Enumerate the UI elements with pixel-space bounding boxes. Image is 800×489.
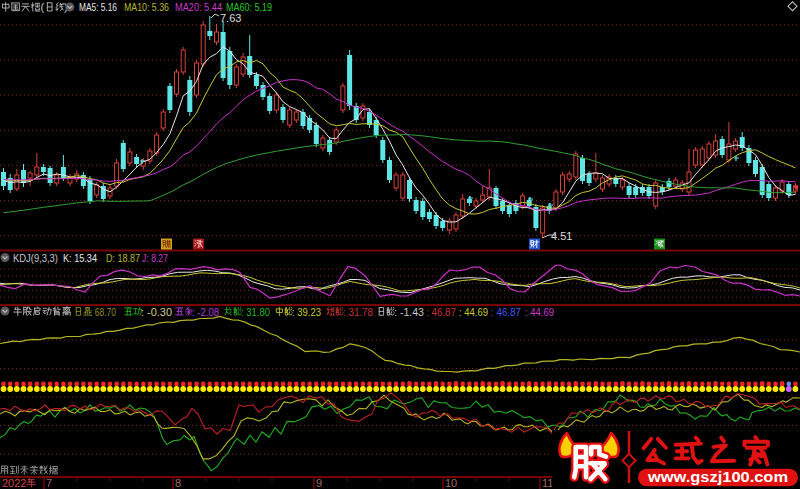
svg-text:MA10: 5.36: MA10: 5.36 xyxy=(124,1,169,13)
svg-text:MA5: 5.16: MA5: 5.16 xyxy=(79,1,117,13)
svg-text:: 31.80: : 31.80 xyxy=(241,306,270,318)
svg-text:2022: 2022 xyxy=(2,477,26,489)
svg-text:J: 8.27: J: 8.27 xyxy=(142,252,168,264)
svg-text:9: 9 xyxy=(316,477,322,489)
svg-text:(: ( xyxy=(41,1,45,13)
svg-text:7.63: 7.63 xyxy=(220,12,241,24)
svg-text:: -2.08: : -2.08 xyxy=(192,306,219,318)
svg-text:MA20: 5.44: MA20: 5.44 xyxy=(175,1,222,13)
svg-text:: 31.78: : 31.78 xyxy=(343,306,373,318)
svg-text:: -0.30: : -0.30 xyxy=(141,306,172,318)
svg-text:K: 15.34: K: 15.34 xyxy=(63,252,97,264)
svg-text:4.51: 4.51 xyxy=(551,230,572,242)
svg-text:: 44.69: : 44.69 xyxy=(525,306,554,318)
svg-text:: 44.69: : 44.69 xyxy=(459,306,488,318)
svg-text:www.gszj100.com: www.gszj100.com xyxy=(647,469,788,485)
svg-text:7: 7 xyxy=(46,477,52,489)
svg-text:: 46.87: : 46.87 xyxy=(491,306,521,318)
svg-text:11: 11 xyxy=(542,477,553,489)
svg-text:: 68.70: : 68.70 xyxy=(90,306,116,318)
svg-text:KDJ(9,3,3): KDJ(9,3,3) xyxy=(13,252,58,264)
svg-text:: 46.87: : 46.87 xyxy=(426,306,456,318)
svg-text:: -1.43: : -1.43 xyxy=(394,306,424,318)
svg-text:10: 10 xyxy=(445,477,457,489)
svg-text:MA60: 5.19: MA60: 5.19 xyxy=(226,1,272,13)
svg-text:: 39.23: : 39.23 xyxy=(292,306,321,318)
svg-text:D: 18.87: D: 18.87 xyxy=(106,252,140,264)
svg-text:8: 8 xyxy=(175,477,181,489)
